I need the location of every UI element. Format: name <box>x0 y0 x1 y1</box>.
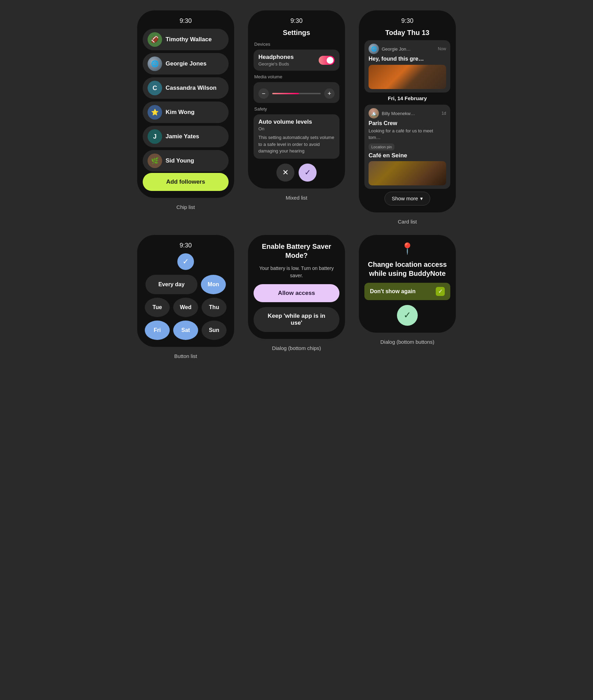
volume-minus-button[interactable]: − <box>258 88 269 99</box>
card-list-panel: 9:30 Today Thu 13 🌐 Georgie Jon… Now Hey… <box>355 10 459 225</box>
dialog-chips-label: Dialog (bottom chips) <box>272 345 321 351</box>
show-more-button[interactable]: Show more ▾ <box>384 192 430 205</box>
dont-show-row[interactable]: Don't show again ✓ <box>364 283 450 300</box>
mixed-list-time: 9:30 <box>290 17 302 25</box>
name-georgie: Georgie Jones <box>166 60 206 67</box>
dialog-chips-title: Enable Battery Saver Mode? <box>254 242 339 260</box>
mon-button[interactable]: Mon <box>201 275 226 294</box>
volume-row: − + <box>258 88 335 99</box>
mixed-list-panel: 9:30 Settings Devices Headphones Georgie… <box>245 10 348 225</box>
button-list-device: 9:30 ✓ Every day Mon Tue Wed Thu Fri <box>137 235 234 347</box>
dialog-chips-device: Enable Battery Saver Mode? Your battery … <box>248 235 345 339</box>
card-georgie[interactable]: 🌐 Georgie Jon… Now Hey, found this gre… <box>364 40 450 93</box>
button-list-panel: 9:30 ✓ Every day Mon Tue Wed Thu Fri <box>134 235 238 359</box>
thu-button[interactable]: Thu <box>202 298 227 317</box>
georgie-sender: Georgie Jon… <box>382 46 435 52</box>
card-billy[interactable]: 🏔️ Billy Moenekw… 1d Paris Crew Looking … <box>364 105 450 189</box>
georgie-image <box>369 65 446 89</box>
day-grid: Every day Mon Tue Wed Thu Fri Sat Sun <box>143 275 229 340</box>
avatar-georgie: 🌐 <box>148 56 162 71</box>
georgie-time: Now <box>438 46 446 51</box>
avatar-billy-card: 🏔️ <box>369 108 379 119</box>
chip-list-device: 9:30 🏈 Timothy Wallace 🌐 Georgie Jones C… <box>137 10 234 198</box>
dialog-chips-body: Your battery is low. Turn on battery sav… <box>254 265 339 279</box>
card-list-device: 9:30 Today Thu 13 🌐 Georgie Jon… Now Hey… <box>359 10 456 212</box>
sun-button[interactable]: Sun <box>202 321 227 340</box>
button-list-shell: ✓ Every day Mon Tue Wed Thu Fri Sat Sun <box>143 253 229 340</box>
card-list-time: 9:30 <box>401 17 413 25</box>
mixed-list-label: Mixed list <box>286 195 308 201</box>
button-list-label: Button list <box>174 353 197 359</box>
billy-sender: Billy Moenekw… <box>382 111 439 116</box>
allow-access-button[interactable]: Allow access <box>254 284 339 302</box>
headphones-toggle[interactable] <box>319 56 335 65</box>
avatar-cassandra: C <box>148 81 162 95</box>
confirm-circle-button[interactable]: ✓ <box>397 305 418 326</box>
location-name: Café en Seine <box>369 152 446 159</box>
card-georgie-top: 🌐 Georgie Jon… Now <box>369 44 446 54</box>
day-row-2: Tue Wed Thu <box>143 298 229 317</box>
dialog-buttons-shell: 📍 Change location access while using Bud… <box>364 242 450 326</box>
settings-container: Settings Devices Headphones Georgie's Bu… <box>254 29 339 182</box>
dialog-buttons-device: 📍 Change location access while using Bud… <box>359 235 456 333</box>
name-jamie: Jamie Yates <box>166 133 199 140</box>
confirm-button[interactable]: ✓ <box>299 164 317 182</box>
sat-button[interactable]: Sat <box>173 321 198 340</box>
wed-button[interactable]: Wed <box>173 298 198 317</box>
chip-list-time: 9:30 <box>179 17 192 25</box>
auto-volume-name: Auto volume levels <box>258 119 335 125</box>
volume-plus-button[interactable]: + <box>324 88 335 99</box>
avatar-kim: ⭐ <box>148 105 162 120</box>
volume-fill <box>272 93 299 94</box>
button-list-time: 9:30 <box>179 242 192 249</box>
dialog-buttons-label: Dialog (bottom buttons) <box>380 339 434 345</box>
chip-item-timothy[interactable]: 🏈 Timothy Wallace <box>143 29 229 50</box>
add-followers-button[interactable]: Add followers <box>143 173 229 191</box>
confirm-checkmark: ✓ <box>404 310 411 321</box>
day-row-3: Fri Sat Sun <box>143 321 229 340</box>
location-pin-icon: 📍 <box>400 242 414 255</box>
auto-volume-status: On <box>258 126 335 131</box>
dont-show-checkbox[interactable]: ✓ <box>436 287 445 296</box>
cafe-image <box>369 161 446 185</box>
location-badge: Location pin <box>369 143 395 150</box>
dialog-chips-panel: Enable Battery Saver Mode? Your battery … <box>245 235 348 359</box>
fri-button[interactable]: Fri <box>145 321 170 340</box>
mixed-list-device: 9:30 Settings Devices Headphones Georgie… <box>248 10 345 189</box>
headphones-card: Headphones Georgie's Buds <box>254 50 339 71</box>
chip-item-georgie[interactable]: 🌐 Georgie Jones <box>143 53 229 75</box>
auto-volume-card: Auto volume levels On This setting autom… <box>254 114 339 159</box>
avatar-georgie-card: 🌐 <box>369 44 379 54</box>
today-header: Today Thu 13 <box>364 29 450 37</box>
chip-list-label: Chip list <box>176 204 195 210</box>
name-sid: Sid Young <box>166 157 194 164</box>
dont-show-text: Don't show again <box>370 288 416 295</box>
volume-card: − + <box>254 82 339 103</box>
card-list-label: Card list <box>398 219 417 225</box>
chip-item-jamie[interactable]: J Jamie Yates <box>143 126 229 147</box>
name-cassandra: Cassandra Wilson <box>166 85 216 91</box>
every-day-button[interactable]: Every day <box>145 275 197 294</box>
cancel-button[interactable]: ✕ <box>276 164 294 182</box>
avatar-sid: 🌿 <box>148 154 162 168</box>
safety-label: Safety <box>254 106 339 112</box>
fri-header: Fri, 14 February <box>364 95 450 101</box>
media-volume-label: Media volume <box>254 74 339 79</box>
day-row-1: Every day Mon <box>143 275 229 294</box>
name-timothy: Timothy Wallace <box>166 36 212 43</box>
dialog-buttons-panel: 📍 Change location access while using Bud… <box>355 235 459 359</box>
chip-item-sid[interactable]: 🌿 Sid Young <box>143 150 229 172</box>
show-more-label: Show more <box>392 195 418 201</box>
chip-list: 🏈 Timothy Wallace 🌐 Georgie Jones C Cass… <box>143 29 229 172</box>
dialog-chips-shell: Enable Battery Saver Mode? Your battery … <box>254 242 339 332</box>
tue-button[interactable]: Tue <box>145 298 170 317</box>
keep-button[interactable]: Keep 'while app is in use' <box>254 307 339 332</box>
card-list-container: Today Thu 13 🌐 Georgie Jon… Now Hey, fou… <box>364 29 450 205</box>
chip-list-panel: 9:30 🏈 Timothy Wallace 🌐 Georgie Jones C… <box>134 10 238 225</box>
settings-title: Settings <box>254 29 339 37</box>
check-circle-top: ✓ <box>177 253 194 270</box>
settings-actions: ✕ ✓ <box>254 164 339 182</box>
card-billy-top: 🏔️ Billy Moenekw… 1d <box>369 108 446 119</box>
chip-item-cassandra[interactable]: C Cassandra Wilson <box>143 77 229 99</box>
chip-item-kim[interactable]: ⭐ Kim Wong <box>143 102 229 123</box>
